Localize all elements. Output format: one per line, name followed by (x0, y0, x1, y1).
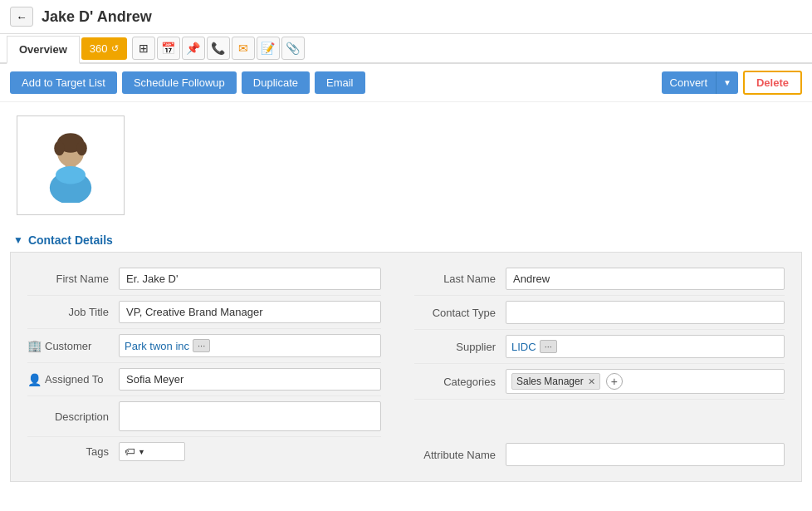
supplier-dots-button[interactable]: ··· (540, 340, 557, 353)
delete-button[interactable]: Delete (743, 71, 802, 95)
supplier-row: Supplier LIDC ··· (414, 330, 785, 364)
customer-row: 🏢 Customer Park twon inc ··· (27, 329, 381, 363)
tab-calendar-icon[interactable]: 📅 (157, 37, 180, 60)
job-title-input[interactable] (119, 301, 381, 323)
back-icon: ← (16, 11, 27, 23)
supplier-label: Supplier (414, 341, 506, 353)
right-column: Last Name Contact Type Supplier LIDC ···… (406, 263, 785, 471)
page-header: ← Jake D' Andrew (0, 0, 812, 34)
form-grid: First Name Job Title 🏢 Customer Park two… (27, 263, 785, 471)
tab-email-icon[interactable]: ✉ (232, 37, 255, 60)
svg-point-2 (54, 140, 65, 155)
pin-icon: 📌 (186, 42, 200, 55)
grid-icon: ⊞ (139, 42, 149, 55)
customer-dots-button[interactable]: ··· (193, 339, 210, 352)
calendar-icon: 📅 (161, 42, 175, 55)
description-label: Description (27, 410, 119, 423)
person-card-icon: 👤 (27, 373, 42, 386)
categories-label: Categories (414, 376, 506, 388)
assigned-to-input[interactable] (119, 368, 381, 391)
duplicate-button[interactable]: Duplicate (242, 71, 310, 94)
supplier-link[interactable]: LIDC (511, 341, 536, 353)
category-label: Sales Manager (516, 376, 584, 387)
svg-point-6 (56, 166, 86, 184)
tags-label: Tags (27, 445, 119, 458)
tab-notes-icon[interactable]: 📝 (257, 37, 280, 60)
last-name-label: Last Name (414, 273, 506, 285)
first-name-label: First Name (27, 273, 119, 285)
back-button[interactable]: ← (10, 7, 33, 27)
schedule-followup-button[interactable]: Schedule Followup (122, 71, 237, 94)
section-label: Contact Details (28, 233, 113, 247)
avatar-section (0, 102, 812, 228)
convert-button[interactable]: Convert (662, 71, 717, 94)
avatar-box (17, 115, 125, 215)
assigned-to-row: 👤 Assigned To (27, 363, 381, 396)
tab-360[interactable]: 360 ↺ (81, 37, 127, 60)
convert-group: Convert ▼ (662, 71, 738, 94)
first-name-input[interactable] (119, 268, 381, 290)
attribute-name-input[interactable] (506, 443, 785, 466)
phone-icon: 📞 (211, 42, 225, 55)
category-remove-button[interactable]: ✕ (588, 376, 595, 387)
refresh-icon: ↺ (111, 43, 119, 54)
email-button[interactable]: Email (315, 71, 365, 94)
tabs-bar: Overview 360 ↺ ⊞ 📅 📌 📞 ✉ 📝 📎 (0, 34, 812, 64)
last-name-input[interactable] (506, 268, 785, 290)
customer-link[interactable]: Park twon inc (125, 340, 189, 352)
attribute-name-row: Attribute Name (414, 438, 785, 471)
convert-dropdown-button[interactable]: ▼ (716, 71, 738, 94)
job-title-label: Job Title (27, 306, 119, 318)
description-row: Description (27, 396, 381, 437)
chevron-down-icon: ▼ (723, 78, 731, 87)
email-icon: ✉ (238, 42, 248, 55)
tab-grid-icon[interactable]: ⊞ (132, 37, 155, 60)
page-title: Jake D' Andrew (42, 8, 152, 26)
category-tag-sales-manager: Sales Manager ✕ (511, 373, 600, 390)
attribute-name-label: Attribute Name (414, 449, 506, 461)
contact-type-row: Contact Type (414, 296, 785, 330)
form-section: First Name Job Title 🏢 Customer Park two… (10, 252, 802, 482)
description-input[interactable] (119, 401, 381, 431)
action-bar: Add to Target List Schedule Followup Dup… (0, 64, 812, 102)
supplier-field: LIDC ··· (506, 335, 785, 358)
contact-type-label: Contact Type (414, 307, 506, 319)
tags-arrow-icon: ▼ (138, 448, 145, 456)
customer-field: Park twon inc ··· (119, 334, 381, 357)
categories-row: Categories Sales Manager ✕ + (414, 364, 785, 400)
notes-icon: 📝 (261, 42, 275, 55)
tab-overview[interactable]: Overview (7, 36, 80, 64)
chevron-down-icon: ▼ (13, 234, 23, 246)
categories-field: Sales Manager ✕ + (506, 369, 785, 394)
svg-point-3 (76, 140, 87, 155)
contact-type-input[interactable] (506, 301, 785, 324)
tags-dropdown[interactable]: 🏷 ▼ (119, 442, 185, 461)
tab-phone-icon[interactable]: 📞 (207, 37, 230, 60)
category-add-button[interactable]: + (606, 373, 623, 390)
last-name-row: Last Name (414, 263, 785, 296)
tab-pin-icon[interactable]: 📌 (182, 37, 205, 60)
first-name-row: First Name (27, 263, 381, 296)
customer-label: 🏢 Customer (27, 339, 119, 352)
tags-row: Tags 🏷 ▼ (27, 437, 381, 466)
section-contact-details-header[interactable]: ▼ Contact Details (0, 228, 812, 252)
tab-360-label: 360 ↺ (81, 37, 127, 60)
tab-attach-icon[interactable]: 📎 (281, 37, 305, 60)
left-column: First Name Job Title 🏢 Customer Park two… (27, 263, 406, 471)
job-title-row: Job Title (27, 296, 381, 329)
avatar-image (33, 128, 108, 203)
tag-icon: 🏷 (125, 445, 135, 458)
building-icon: 🏢 (27, 339, 42, 352)
attach-icon: 📎 (286, 42, 300, 55)
assigned-to-label: 👤 Assigned To (27, 373, 119, 386)
add-target-list-button[interactable]: Add to Target List (10, 71, 117, 94)
